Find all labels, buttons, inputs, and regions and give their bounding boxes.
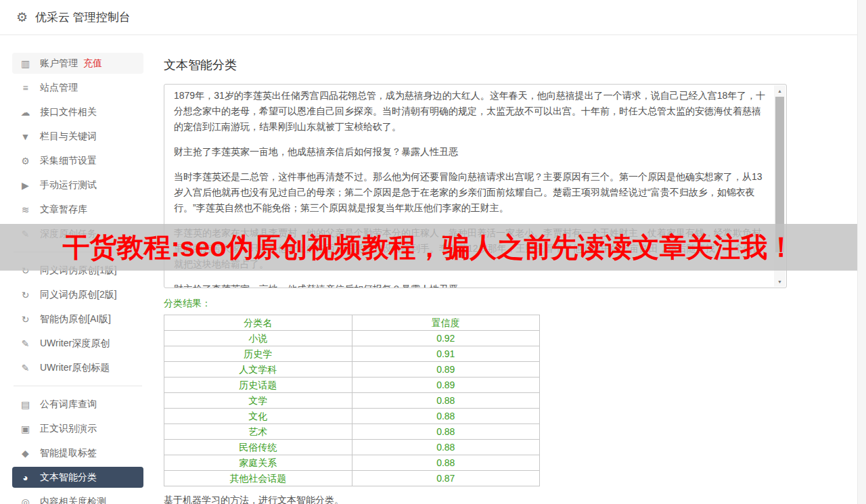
- table-cell: 文化: [164, 409, 352, 424]
- table-cell: 0.88: [352, 393, 540, 409]
- table-cell: 0.89: [352, 377, 540, 393]
- article-paragraph: 当时李莲英还是二总管，这件事他再清楚不过。那么他为何还要冒险向慈禧请求出宫呢？主…: [174, 169, 766, 216]
- sidebar-item-uwriter-original-title[interactable]: ✎UWriter原创标题: [12, 357, 143, 378]
- page-scrollbar[interactable]: [857, 0, 866, 504]
- sidebar-item-ai-rewrite[interactable]: ↻智能伪原创[AI版]: [12, 308, 143, 329]
- table-cell: 家庭关系: [164, 455, 352, 471]
- table-cell: 0.91: [352, 346, 540, 362]
- table-cell: 历史话题: [164, 377, 352, 393]
- sidebar-item-label: 采集细节设置: [40, 155, 97, 167]
- sidebar-item-uwriter-deep-original[interactable]: ✎UWriter深度原创: [12, 333, 143, 354]
- table-row: 其他社会话题0.87: [164, 471, 540, 486]
- table-cell: 小说: [164, 331, 352, 346]
- table-cell: 0.89: [352, 362, 540, 377]
- tag-icon: ◆: [19, 448, 32, 459]
- server-icon: ≡: [19, 83, 32, 93]
- table-cell: 其他社会话题: [164, 471, 352, 486]
- sidebar-item-manual-run-test[interactable]: ▶手动运行测试: [12, 175, 143, 196]
- table-row: 历史学0.91: [164, 346, 540, 362]
- sidebar-item-label: 公有词库查询: [40, 398, 97, 411]
- table-cell: 文学: [164, 393, 352, 409]
- article-paragraph: 财主抢了李莲英家一亩地，他成慈禧亲信后如何报复？暴露人性丑恶: [174, 281, 766, 288]
- database-icon: ≋: [19, 204, 32, 215]
- sidebar-item-label: 正文识别演示: [40, 423, 97, 435]
- sidebar-item-label: 账户管理: [40, 58, 78, 70]
- gear-icon: ⚙: [16, 9, 28, 25]
- bar-chart-icon: ▥: [19, 58, 32, 69]
- table-cell: 人文学科: [164, 362, 352, 377]
- sidebar-item-text-classification[interactable]: ◕文本智能分类: [12, 467, 143, 488]
- app-header: ⚙ 优采云 管理控制台: [0, 0, 866, 35]
- table-cell: 0.88: [352, 455, 540, 471]
- cloud-upload-icon: ☁: [19, 107, 32, 118]
- ad-banner-text: 干货教程:seo伪原创视频教程，骗人之前先读读文章关注我！: [62, 229, 794, 266]
- relevance-icon: ◎: [19, 497, 32, 504]
- edit-icon: ✎: [19, 338, 32, 349]
- app-title: 优采云 管理控制台: [35, 9, 131, 25]
- sidebar-item-label: 同义词伪原创[2版]: [40, 289, 117, 301]
- monitor-icon: ▣: [19, 423, 32, 434]
- edit-icon: ✎: [19, 363, 32, 373]
- book-icon: ▤: [19, 399, 32, 410]
- table-row: 民俗传统0.88: [164, 440, 540, 455]
- table-cell: 0.88: [352, 440, 540, 455]
- sidebar-item-label: UWriter深度原创: [40, 338, 110, 350]
- table-row: 人文学科0.89: [164, 362, 540, 377]
- result-label: 分类结果：: [164, 298, 866, 310]
- sidebar-item-label: 站点管理: [40, 82, 78, 94]
- sidebar-item-columns-keywords[interactable]: ▼栏目与关键词: [12, 126, 143, 147]
- table-row: 文学0.88: [164, 393, 540, 409]
- table-header-cell: 分类名: [164, 315, 352, 331]
- sidebar-item-interface-files[interactable]: ☁接口文件相关: [12, 101, 143, 122]
- table-row: 文化0.88: [164, 409, 540, 424]
- table-header-row: 分类名置信度: [164, 315, 540, 331]
- table-row: 小说0.92: [164, 331, 540, 346]
- sidebar-item-label: 手动运行测试: [40, 179, 97, 191]
- sidebar-item-label: 接口文件相关: [40, 106, 97, 118]
- recharge-badge[interactable]: 充值: [83, 58, 102, 70]
- table-header-cell: 置信度: [352, 315, 540, 331]
- table-row: 艺术0.88: [164, 424, 540, 440]
- article-paragraph: 1879年，31岁的李莲英出任储秀宫四品花翎总管，成为慈禧身边的大红人。这年春天…: [174, 88, 766, 135]
- footer-note: 基于机器学习的方法，进行文本智能分类。: [164, 495, 866, 504]
- article-paragraph: 财主抢了李莲英家一亩地，他成慈禧亲信后如何报复？暴露人性丑恶: [174, 144, 766, 160]
- refresh-icon: ↻: [19, 314, 32, 325]
- sidebar-item-article-staging[interactable]: ≋文章暂存库: [12, 199, 143, 220]
- filter-icon: ▼: [19, 131, 32, 142]
- play-circle-icon: ▶: [19, 180, 32, 191]
- table-cell: 0.92: [352, 331, 540, 346]
- results-table: 分类名置信度 小说0.92历史学0.91人文学科0.89历史话题0.89文学0.…: [164, 315, 540, 486]
- gears-icon: ⚙: [19, 156, 32, 166]
- refresh-icon: ↻: [19, 290, 32, 300]
- sidebar-item-label: 文本智能分类: [40, 472, 97, 484]
- scroll-up-arrow-icon[interactable]: ▲: [774, 85, 785, 96]
- table-row: 家庭关系0.88: [164, 455, 540, 471]
- sidebar-item-collect-settings[interactable]: ⚙采集细节设置: [12, 150, 143, 171]
- table-cell: 艺术: [164, 424, 352, 440]
- ad-banner: 干货教程:seo伪原创视频教程，骗人之前先读读文章关注我！: [0, 224, 857, 271]
- sidebar-item-label: 智能伪原创[AI版]: [40, 313, 111, 325]
- table-cell: 0.87: [352, 471, 540, 486]
- table-cell: 历史学: [164, 346, 352, 362]
- pie-chart-icon: ◕: [19, 472, 32, 483]
- sidebar-item-smart-tag-extract[interactable]: ◆智能提取标签: [12, 442, 143, 463]
- sidebar-item-label: 内容相关度检测: [40, 496, 106, 504]
- sidebar-item-content-relevance-check[interactable]: ◎内容相关度检测: [12, 491, 143, 504]
- sidebar-item-label: 栏目与关键词: [40, 131, 97, 143]
- sidebar-item-account-manage[interactable]: ▥账户管理充值: [12, 53, 143, 74]
- sidebar-item-label: 智能提取标签: [40, 447, 97, 459]
- table-cell: 0.88: [352, 409, 540, 424]
- sidebar-item-public-lexicon-query[interactable]: ▤公有词库查询: [12, 394, 143, 415]
- table-cell: 0.88: [352, 424, 540, 440]
- page-title: 文本智能分类: [164, 57, 866, 73]
- table-cell: 民俗传统: [164, 440, 352, 455]
- sidebar-item-label: 文章暂存库: [40, 204, 87, 216]
- sidebar-item-label: UWriter原创标题: [40, 362, 110, 374]
- table-row: 历史话题0.89: [164, 377, 540, 393]
- sidebar-divider: [14, 386, 142, 386]
- sidebar-item-synonym-rewrite-v2[interactable]: ↻同义词伪原创[2版]: [12, 284, 143, 305]
- sidebar-item-site-manage[interactable]: ≡站点管理: [12, 77, 143, 98]
- scroll-down-arrow-icon[interactable]: ▼: [774, 276, 785, 287]
- sidebar-item-body-recognition-demo[interactable]: ▣正文识别演示: [12, 418, 143, 439]
- table-body: 小说0.92历史学0.91人文学科0.89历史话题0.89文学0.88文化0.8…: [164, 331, 540, 486]
